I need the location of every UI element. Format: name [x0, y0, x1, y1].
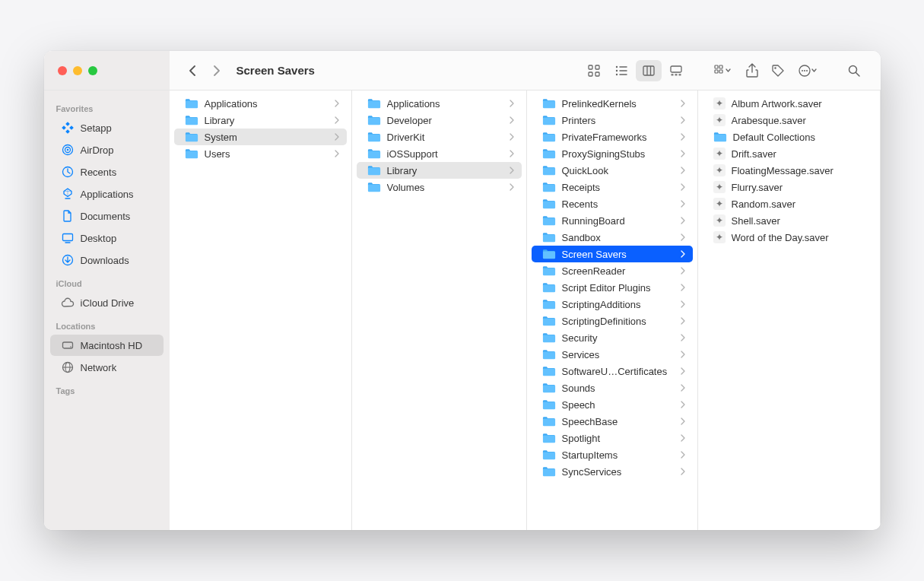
view-list-button[interactable] [608, 60, 634, 81]
list-item[interactable]: Receipts [532, 179, 693, 195]
list-item[interactable]: ✦Album Artwork.saver [703, 95, 875, 112]
list-item[interactable]: Speech [532, 396, 693, 413]
chevron-right-icon [510, 115, 514, 126]
list-item-label: Shell.saver [732, 215, 868, 227]
sidebar-item-applications[interactable]: Applications [50, 183, 164, 205]
actions-button[interactable] [791, 60, 824, 81]
list-item[interactable]: Applications [174, 95, 347, 112]
folder-icon [367, 148, 381, 160]
sidebar-item-airdrop[interactable]: AirDrop [50, 139, 164, 160]
network-icon [61, 360, 75, 374]
list-item[interactable]: Sandbox [532, 229, 693, 246]
downloads-icon [61, 253, 75, 267]
list-item[interactable]: Printers [532, 112, 693, 129]
list-item[interactable]: SpeechBase [532, 413, 693, 430]
minimize-window-button[interactable] [73, 66, 82, 75]
sidebar-item-downloads[interactable]: Downloads [50, 249, 164, 271]
share-button[interactable] [739, 60, 765, 81]
list-item[interactable]: PrivateFrameworks [532, 129, 693, 145]
sidebar-item-desktop[interactable]: Desktop [50, 227, 164, 249]
list-item[interactable]: Spotlight [532, 430, 693, 446]
list-item[interactable]: Library [357, 162, 522, 179]
list-item[interactable]: Library [174, 112, 347, 129]
svg-rect-31 [69, 125, 74, 130]
list-item[interactable]: System [174, 129, 347, 145]
chevron-right-icon [335, 98, 339, 110]
gallery-icon [669, 64, 683, 78]
list-item[interactable]: DriverKit [357, 129, 522, 145]
view-icons-button[interactable] [581, 60, 607, 81]
svg-rect-28 [65, 122, 70, 126]
list-item[interactable]: SoftwareU…Certificates [532, 363, 693, 379]
list-item-label: Applications [205, 98, 329, 110]
list-item[interactable]: Script Editor Plugins [532, 279, 693, 296]
list-item[interactable]: ✦Shell.saver [703, 212, 875, 229]
chevron-right-icon [681, 265, 685, 277]
list-item[interactable]: PrelinkedKernels [532, 95, 693, 112]
svg-point-5 [615, 69, 617, 71]
forward-button[interactable] [208, 62, 226, 80]
list-item-label: Services [562, 349, 675, 360]
list-item[interactable]: ScreenReader [532, 262, 693, 279]
list-item[interactable]: ✦Arabesque.saver [703, 112, 875, 129]
sidebar-item-label: AirDrop [81, 144, 114, 156]
list-item[interactable]: ✦FloatingMessage.saver [703, 162, 875, 179]
list-item[interactable]: ProxySigningStubs [532, 145, 693, 162]
close-window-button[interactable] [58, 66, 67, 75]
sidebar-item-documents[interactable]: Documents [50, 205, 164, 227]
list-item[interactable]: RunningBoard [532, 212, 693, 229]
list-item[interactable]: ScriptingAdditions [532, 296, 693, 313]
chevron-right-icon [681, 416, 685, 427]
list-item-label: SyncServices [562, 466, 675, 478]
list-item-label: Library [205, 115, 329, 126]
list-item-label: ProxySigningStubs [562, 148, 675, 160]
list-item[interactable]: Applications [357, 95, 522, 112]
list-item[interactable]: Sounds [532, 379, 693, 396]
list-item-label: Spotlight [562, 433, 675, 444]
list-item[interactable]: QuickLook [532, 162, 693, 179]
view-gallery-button[interactable] [663, 60, 689, 81]
folder-icon [542, 465, 556, 478]
tags-button[interactable] [765, 60, 791, 81]
sidebar-item-icloud-drive[interactable]: iCloud Drive [50, 292, 164, 313]
list-item[interactable]: Volumes [357, 179, 522, 195]
list-item[interactable]: Services [532, 346, 693, 363]
list-item[interactable]: iOSSupport [357, 145, 522, 162]
sidebar-item-recents[interactable]: Recents [50, 161, 164, 183]
list-item[interactable]: Users [174, 145, 347, 162]
zoom-window-button[interactable] [88, 66, 97, 75]
svg-rect-29 [65, 129, 70, 134]
list-item-label: ScreenReader [562, 265, 675, 277]
list-item[interactable]: Developer [357, 112, 522, 129]
list-item[interactable]: SyncServices [532, 463, 693, 480]
list-item[interactable]: ✦Random.saver [703, 195, 875, 212]
list-item[interactable]: ScriptingDefinitions [532, 313, 693, 329]
list-item-label: Receipts [562, 182, 675, 193]
list-item[interactable]: Recents [532, 195, 693, 212]
view-columns-button[interactable] [636, 60, 662, 81]
list-item[interactable]: ✦Drift.saver [703, 145, 875, 162]
list-item[interactable]: Screen Savers [532, 246, 693, 262]
list-item-label: ScriptingAdditions [562, 299, 675, 310]
search-button[interactable] [841, 60, 867, 81]
folder-icon [542, 248, 556, 260]
svg-rect-20 [719, 70, 722, 73]
chevron-right-icon [681, 249, 685, 260]
list-item-label: DriverKit [387, 132, 503, 143]
folder-icon [542, 398, 556, 411]
chevron-right-icon [510, 148, 514, 160]
folder-icon [542, 415, 556, 427]
list-item[interactable]: ✦Flurry.saver [703, 179, 875, 195]
list-item[interactable]: StartupItems [532, 446, 693, 463]
sidebar-item-macintosh-hd[interactable]: Macintosh HD [50, 335, 164, 356]
list-item[interactable]: Security [532, 329, 693, 346]
sidebar-item-setapp[interactable]: Setapp [50, 117, 164, 138]
sidebar-item-network[interactable]: Network [50, 357, 164, 378]
list-item[interactable]: ✦Word of the Day.saver [703, 229, 875, 246]
list-item-label: Developer [387, 115, 503, 126]
list-item-label: Applications [387, 98, 503, 110]
chevron-right-icon [681, 383, 685, 394]
group-by-button[interactable] [706, 60, 739, 81]
back-button[interactable] [183, 62, 202, 80]
list-item[interactable]: Default Collections [703, 129, 875, 145]
